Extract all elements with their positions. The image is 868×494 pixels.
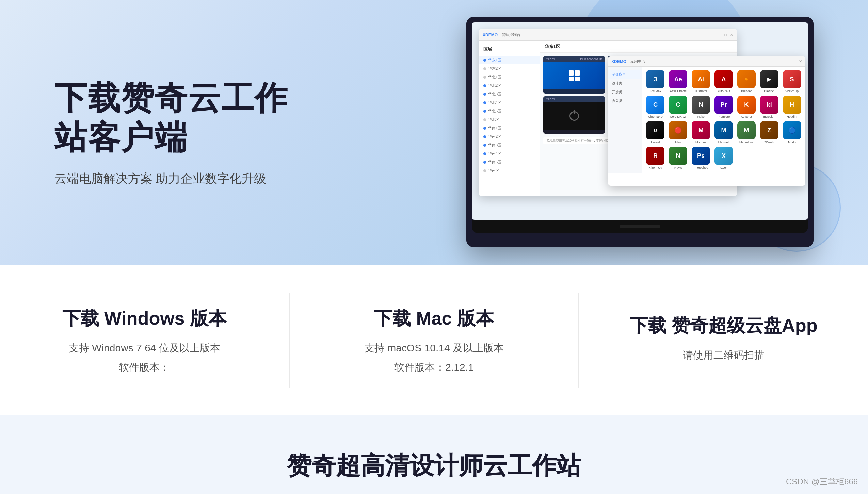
sidebar-item-12[interactable]: 华南5区 xyxy=(479,158,540,166)
app-sketchup[interactable]: S SketchUp xyxy=(782,70,802,93)
app-label-mari: Mari xyxy=(675,141,681,144)
sidebar-item-label: 华南3区 xyxy=(488,143,501,148)
app-keyshot[interactable]: K Keyshot xyxy=(736,96,756,118)
category-office[interactable]: 办公类 xyxy=(608,97,642,105)
app-davinci[interactable]: ▶ DaVinci xyxy=(759,70,779,93)
app-center-body: 全部应用 设计类 开发类 办公类 3 3ds Max xyxy=(608,67,805,173)
app-icon-davinci: ▶ xyxy=(760,70,778,88)
app-premiere[interactable]: Pr Premiere xyxy=(714,96,734,118)
sidebar-item-6[interactable]: 华北5区 xyxy=(479,107,540,115)
app-icon-nuke: N xyxy=(692,96,710,114)
app-logo: XDEMO xyxy=(483,33,498,37)
app-label-cinema4d: Cinema4D xyxy=(648,115,663,118)
app-icon-text: A xyxy=(721,76,726,83)
close-btn-2[interactable]: ✕ xyxy=(799,59,802,64)
laptop-screen: XDEMO 管理控制台 – □ ✕ 区域 xyxy=(472,22,808,220)
app-unreal[interactable]: U Unreal xyxy=(645,121,665,144)
sidebar-dot xyxy=(483,127,486,130)
app-label-keyshot: Keyshot xyxy=(741,115,752,118)
sidebar-item-1[interactable]: 华东2区 xyxy=(479,64,540,73)
download-mac-version-value: 2.12.1 xyxy=(445,362,473,373)
app-mudbox[interactable]: M Mudbox xyxy=(691,121,711,144)
app-center-title: 应用中心 xyxy=(630,59,645,64)
app-icon-autocad: A xyxy=(714,70,733,88)
download-windows-title[interactable]: 下载 Windows 版本 xyxy=(62,306,227,331)
app-marvelous[interactable]: M Marvelous xyxy=(736,121,756,144)
app-rizom[interactable]: R Rizom UV xyxy=(645,147,665,169)
sidebar-item-label: 华北4区 xyxy=(488,100,501,105)
sidebar-item-8[interactable]: 华南1区 xyxy=(479,124,540,132)
app-icon-text: 🔵 xyxy=(788,127,796,134)
app-icon-ai: Ai xyxy=(692,70,710,88)
sidebar-item-7[interactable]: 华北区 xyxy=(479,115,540,124)
app-mari[interactable]: 🔴 Mari xyxy=(668,121,688,144)
sidebar-item-11[interactable]: 华南4区 xyxy=(479,149,540,158)
app-nuke[interactable]: N Nuke xyxy=(691,96,711,118)
app-logo-2: XDEMO xyxy=(611,59,626,64)
download-mac-col: 下载 Mac 版本 支持 macOS 10.14 及以上版本 软件版本：2.12… xyxy=(290,293,579,388)
app-icon-coreldraw: C xyxy=(669,96,687,114)
app-maxwell[interactable]: M Maxwell xyxy=(714,121,734,144)
app-indesign[interactable]: Id InDesign xyxy=(759,96,779,118)
app-icon-sketchup: S xyxy=(783,70,801,88)
app-icon-text: Ae xyxy=(674,76,682,83)
app-icon-text: N xyxy=(676,152,680,160)
power-icon xyxy=(569,111,579,121)
app-icon-houdini: H xyxy=(783,96,801,114)
app-ae[interactable]: Ae After Effects xyxy=(668,70,688,93)
app-coreldraw[interactable]: C CorelDRAW xyxy=(668,96,688,118)
sidebar-dot xyxy=(483,144,486,147)
close-label[interactable]: ✕ xyxy=(730,33,733,37)
sidebar-item-9[interactable]: 华南2区 xyxy=(479,132,540,141)
download-mac-version-label: 软件版本： xyxy=(394,362,445,373)
sidebar-item-label: 华南2区 xyxy=(488,134,501,139)
app-xgen[interactable]: X XGen xyxy=(714,147,734,169)
app-icon-text: ▶ xyxy=(767,77,771,82)
category-design[interactable]: 设计类 xyxy=(608,79,642,88)
sidebar-item-5[interactable]: 华北4区 xyxy=(479,98,540,107)
sidebar-item-0[interactable]: 华东1区 xyxy=(479,56,540,64)
sidebar-item-10[interactable]: 华南3区 xyxy=(479,141,540,149)
vm-card-4[interactable]: YIYYN xyxy=(543,96,605,134)
app-icon-xgen: X xyxy=(714,147,733,165)
app-label-davinci: DaVinci xyxy=(764,89,774,93)
app-titlebar: XDEMO 管理控制台 – □ ✕ xyxy=(479,29,737,41)
app-icon-premiere: Pr xyxy=(714,96,733,114)
sidebar-item-4[interactable]: 华北3区 xyxy=(479,90,540,98)
sidebar-dot xyxy=(483,169,486,172)
vm-card-1[interactable]: YIYYN DM210930011B xyxy=(543,56,605,94)
app-ps[interactable]: Ps Photoshop xyxy=(691,147,711,169)
app-autocad[interactable]: A AutoCAD xyxy=(714,70,734,93)
sidebar-item-label: 华南区 xyxy=(488,168,499,173)
app-icon-text: Z xyxy=(767,127,771,134)
app-icon-text: M xyxy=(698,127,704,134)
category-dev[interactable]: 开发类 xyxy=(608,88,642,97)
app-ai[interactable]: Ai Illustrator xyxy=(691,70,711,93)
hero-title: 下载赞奇云工作站客户端 xyxy=(54,78,293,157)
app-modo[interactable]: 🔵 Modo xyxy=(782,121,802,144)
sidebar-item-2[interactable]: 华北1区 xyxy=(479,73,540,81)
app-houdini[interactable]: H Houdini xyxy=(782,96,802,118)
download-mac-title[interactable]: 下载 Mac 版本 xyxy=(374,306,494,331)
app-icon-text: U xyxy=(654,128,657,133)
app-3dsmax[interactable]: 3 3ds Max xyxy=(645,70,665,93)
windows-logo xyxy=(569,70,580,81)
sidebar-item-3[interactable]: 华北2区 xyxy=(479,81,540,90)
download-app-title[interactable]: 下载 赞奇超级云盘App xyxy=(630,313,818,338)
app-label-coreldraw: CorelDRAW xyxy=(670,115,687,118)
window-controls: – □ ✕ xyxy=(719,33,733,37)
sidebar-dot xyxy=(483,161,486,164)
app-navisworks[interactable]: N Navis xyxy=(668,147,688,169)
hero-subtitle: 云端电脑解决方案 助力企业数字化升级 xyxy=(54,170,293,187)
app-zbrush[interactable]: Z ZBrush xyxy=(759,121,779,144)
app-cinema4d[interactable]: C Cinema4D xyxy=(645,96,665,118)
sidebar-item-13[interactable]: 华南区 xyxy=(479,166,540,175)
download-windows-subtitle: 支持 Windows 7 64 位及以上版本 xyxy=(69,341,220,355)
category-all[interactable]: 全部应用 xyxy=(608,70,642,79)
sidebar-dot xyxy=(483,59,486,62)
app-icon-navisworks: N xyxy=(669,147,687,165)
app-icon-text: M xyxy=(744,127,749,134)
maximize-label[interactable]: □ xyxy=(724,33,727,37)
app-blender[interactable]: 🔸 Blender xyxy=(736,70,756,93)
minimize-label[interactable]: – xyxy=(719,33,721,37)
